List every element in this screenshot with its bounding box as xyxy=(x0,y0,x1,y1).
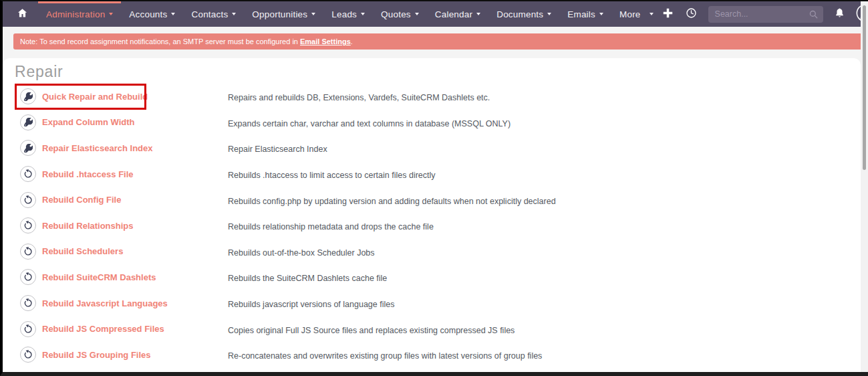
chevron-down-icon xyxy=(547,13,551,15)
notice-suffix: . xyxy=(351,37,353,45)
repair-action-description: Rebuilds relationship metadata and drops… xyxy=(228,222,434,231)
repair-row: Rebuild .htaccess FileRebuilds .htaccess… xyxy=(3,161,861,187)
plus-icon xyxy=(662,7,674,22)
repair-row-left: Rebuild SuiteCRM Dashlets xyxy=(20,269,228,285)
nav-item-leads[interactable]: Leads xyxy=(323,1,373,27)
wrench-icon xyxy=(20,140,36,156)
page-scrollbar[interactable] xyxy=(861,1,868,372)
notifications-button[interactable] xyxy=(834,7,845,21)
nav-item-label: Documents xyxy=(496,9,543,19)
repair-row-left: Rebuild Config File xyxy=(20,192,228,208)
repair-action-link[interactable]: Rebuild .htaccess File xyxy=(42,169,134,179)
nav-item-documents[interactable]: Documents xyxy=(488,1,559,27)
repair-row: Rebuild SuiteCRM DashletsRebuilds the Su… xyxy=(3,264,861,290)
history-clock-icon xyxy=(685,7,698,22)
rebuild-icon xyxy=(20,217,36,233)
rebuild-icon xyxy=(20,347,36,363)
nav-item-label: Quotes xyxy=(381,9,411,19)
repair-list: Quick Repair and RebuildRepairs and rebu… xyxy=(3,84,861,376)
repair-row-left: Rebuild JS Grouping Files xyxy=(20,347,228,363)
repair-action-description: Rebuilds out-of-the-box Scheduler Jobs xyxy=(228,248,375,258)
repair-action-link[interactable]: Rebuild Relationships xyxy=(42,221,134,231)
nav-item-administration[interactable]: Administration xyxy=(38,1,121,27)
repair-action-description: Re-concatenates and overwrites existing … xyxy=(228,351,542,361)
repair-action-link[interactable]: Expand Column Width xyxy=(42,117,135,127)
repair-action-link[interactable]: Repair Elasticsearch Index xyxy=(42,143,152,153)
nav-item-contacts[interactable]: Contacts xyxy=(183,1,244,27)
rebuild-icon xyxy=(20,269,36,285)
nav-item-label: Administration xyxy=(46,9,105,19)
nav-home-button[interactable] xyxy=(3,1,38,27)
search-icon xyxy=(809,9,819,22)
repair-row: Rebuild JS Compressed FilesCopies origin… xyxy=(3,316,861,342)
chevron-down-icon xyxy=(171,13,175,15)
repair-row xyxy=(3,368,861,376)
rebuild-icon xyxy=(20,166,36,182)
rebuild-icon xyxy=(20,192,36,208)
rebuild-icon xyxy=(20,295,36,311)
nav-item-opportunities[interactable]: Opportunities xyxy=(244,1,323,27)
chevron-down-icon xyxy=(476,13,480,15)
page-title: Repair xyxy=(15,62,861,82)
repair-row: Quick Repair and RebuildRepairs and rebu… xyxy=(3,84,861,110)
chevron-down-icon xyxy=(415,13,419,15)
home-icon xyxy=(17,7,28,21)
nav-item-emails[interactable]: Emails xyxy=(559,1,611,27)
nav-item-label: Accounts xyxy=(129,9,167,19)
repair-row: Rebuild RelationshipsRebuilds relationsh… xyxy=(3,213,861,239)
repair-action-link[interactable]: Rebuild SuiteCRM Dashlets xyxy=(42,272,156,282)
bell-icon xyxy=(834,7,845,21)
repair-row: Rebuild Javascript LanguagesRebuilds jav… xyxy=(3,290,861,316)
repair-action-description: Rebuilds .htaccess to limit access to ce… xyxy=(228,171,436,180)
repair-row-left: Rebuild Relationships xyxy=(20,217,228,233)
repair-row: Rebuild JS Grouping FilesRe-concatenates… xyxy=(3,342,861,368)
top-navbar: AdministrationAccountsContactsOpportunit… xyxy=(3,1,868,27)
repair-action-link[interactable]: Rebuild Schedulers xyxy=(42,246,123,256)
nav-item-quotes[interactable]: Quotes xyxy=(373,1,427,27)
repair-row: Rebuild Config FileRebuilds config.php b… xyxy=(3,187,861,213)
global-search[interactable] xyxy=(708,6,823,23)
repair-action-link[interactable]: Rebuild Config File xyxy=(42,195,121,205)
email-settings-link[interactable]: Email Settings xyxy=(300,37,351,45)
chevron-down-icon xyxy=(311,13,315,15)
repair-row-left: Rebuild JS Compressed Files xyxy=(20,321,228,337)
repair-action-link[interactable]: Quick Repair and Rebuild xyxy=(42,92,148,102)
nav-item-label: Contacts xyxy=(191,9,228,19)
nav-item-accounts[interactable]: Accounts xyxy=(121,1,183,27)
repair-row: Repair Elasticsearch IndexRepair Elastic… xyxy=(3,135,861,161)
search-input[interactable] xyxy=(708,6,823,23)
suitecrm-admin-repair-page: AdministrationAccountsContactsOpportunit… xyxy=(0,0,868,376)
repair-row-left: Rebuild Javascript Languages xyxy=(20,295,228,311)
repair-action-link[interactable]: Rebuild Javascript Languages xyxy=(42,298,168,308)
scrollbar-thumb[interactable] xyxy=(863,5,866,170)
chevron-down-icon xyxy=(649,13,654,15)
repair-row: Expand Column WidthExpands certain char,… xyxy=(3,110,861,136)
wrench-icon xyxy=(20,114,36,130)
repair-action-link[interactable]: Rebuild JS Compressed Files xyxy=(42,324,164,334)
repair-action-description: Rebuilds javascript versions of language… xyxy=(228,300,394,309)
quick-create-button[interactable] xyxy=(662,7,674,22)
chevron-down-icon xyxy=(109,13,113,15)
repair-action-description: Rebuilds config.php by updating version … xyxy=(228,197,556,206)
repair-row-left: Expand Column Width xyxy=(20,114,228,130)
repair-row: Rebuild SchedulersRebuilds out-of-the-bo… xyxy=(3,239,861,265)
main-nav: AdministrationAccountsContactsOpportunit… xyxy=(38,1,662,27)
repair-row-left: Repair Elasticsearch Index xyxy=(20,140,228,156)
chevron-down-icon xyxy=(361,13,365,15)
repair-row-left: Quick Repair and Rebuild xyxy=(20,88,228,104)
chevron-down-icon xyxy=(599,13,603,15)
nav-item-label: More xyxy=(619,9,641,19)
nav-item-more[interactable]: More xyxy=(611,1,662,27)
notice-text: Note: To send record assignment notifica… xyxy=(20,37,298,45)
nav-item-label: Opportunities xyxy=(252,9,307,19)
repair-action-description: Rebuilds the SuiteCRM Dashlets cache fil… xyxy=(228,274,387,283)
repair-row-left: Rebuild .htaccess File xyxy=(20,166,228,182)
nav-item-calendar[interactable]: Calendar xyxy=(427,1,488,27)
smtp-notice-banner: Note: To send record assignment notifica… xyxy=(13,33,865,50)
repair-action-description: Copies original Full JS Source files and… xyxy=(228,326,515,335)
navbar-right-cluster xyxy=(662,1,868,27)
repair-row-left xyxy=(20,373,228,376)
recently-viewed-button[interactable] xyxy=(685,7,698,22)
repair-action-link[interactable]: Rebuild JS Grouping Files xyxy=(42,350,151,360)
rebuild-icon xyxy=(20,321,36,337)
